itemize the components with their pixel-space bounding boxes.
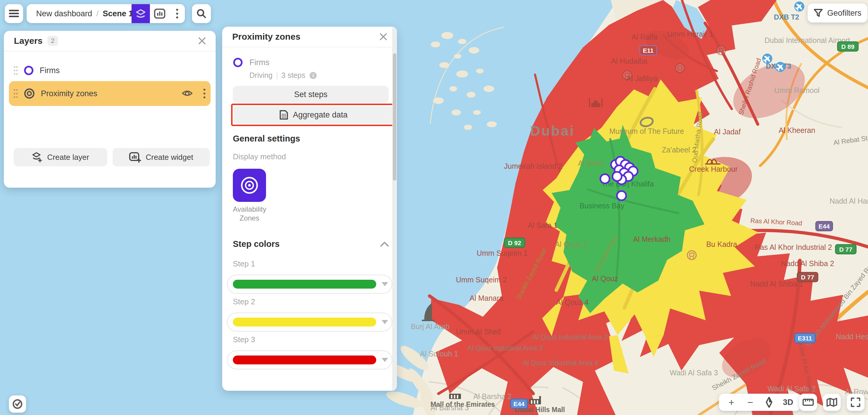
map-label: Al Sufouh 1: [420, 350, 458, 358]
create-layer-button[interactable]: Create layer: [13, 148, 107, 166]
layers-panel-header: Layers 2: [4, 31, 216, 51]
scene-kebab-button[interactable]: [169, 4, 185, 23]
step-1-color-select[interactable]: [227, 275, 392, 293]
svg-text:D 92: D 92: [508, 239, 521, 246]
compass-icon: [766, 397, 772, 408]
caret-down-icon: [381, 320, 388, 324]
close-icon: [379, 33, 387, 40]
scrollbar-track[interactable]: [392, 27, 397, 391]
info-icon[interactable]: i: [309, 72, 317, 79]
create-layer-icon: [32, 152, 42, 163]
layer-row-proximity-zones[interactable]: Proximity zones: [9, 81, 211, 106]
breadcrumb-pill: New dashboard / Scene 1: [27, 4, 185, 23]
close-icon: [198, 37, 206, 45]
compass-button[interactable]: [761, 394, 777, 411]
map-label: Umm Suqeim 2: [456, 276, 507, 284]
mall-emirates-icon: [449, 394, 461, 399]
3d-mode-button[interactable]: 3D: [780, 394, 796, 411]
svg-text:i: i: [313, 73, 314, 78]
layers-mode-button[interactable]: [131, 4, 150, 23]
filter-icon: [813, 9, 823, 18]
geofilters-label: Geofilters: [827, 9, 862, 18]
breadcrumb-scene[interactable]: Scene 1: [103, 9, 133, 19]
drag-handle-icon[interactable]: [13, 89, 18, 98]
caret-down-icon: [381, 358, 388, 362]
map-label: Al Safa 1: [528, 221, 558, 230]
step-colors-title: Step colors: [233, 239, 280, 249]
svg-text:E11: E11: [643, 47, 654, 54]
map-label: Nadd Al Shiba 2: [781, 259, 834, 268]
proximity-close-button[interactable]: [378, 31, 389, 42]
road-badge: D 92: [504, 238, 525, 247]
set-steps-button[interactable]: Set steps: [233, 86, 389, 103]
step-1-color-swatch: [233, 280, 376, 288]
display-method-availability-zones[interactable]: [233, 169, 266, 202]
create-widget-button[interactable]: Create widget: [113, 148, 210, 166]
proximity-panel-title: Proximity zones: [232, 32, 300, 42]
mode-label: Driving: [249, 71, 273, 80]
map-label: Jumeirah Island 2: [504, 162, 562, 170]
fullscreen-icon: [851, 397, 860, 407]
geofilters-button[interactable]: Geofilters: [808, 4, 867, 23]
clock-icon: [12, 399, 23, 409]
scrollbar-thumb[interactable]: [393, 53, 396, 180]
map-label: Za'abeel 2: [662, 146, 696, 154]
menu-button[interactable]: [5, 4, 23, 23]
drag-handle-icon[interactable]: [13, 66, 18, 75]
source-layer-name: Firms: [249, 58, 269, 67]
map-label: Al Qouz 4: [556, 298, 589, 306]
firm-marker[interactable]: [600, 174, 610, 183]
map-label: Al Qouz: [592, 274, 618, 283]
hamburger-icon: [9, 10, 19, 18]
eye-icon[interactable]: [182, 90, 193, 97]
map-label: Al Jadaf: [714, 128, 741, 136]
kebab-icon[interactable]: [203, 88, 206, 99]
road-badge: E44: [511, 399, 528, 409]
map-label: Umm Hurair 1: [667, 30, 713, 38]
map-label: Burj Al Arab: [411, 322, 450, 331]
step-2-color-select[interactable]: [227, 313, 392, 332]
breadcrumb-project[interactable]: New dashboard: [36, 9, 92, 19]
chevron-up-icon[interactable]: [380, 242, 389, 247]
fullscreen-button[interactable]: [847, 394, 864, 411]
display-method-label: Display method: [233, 152, 286, 161]
widgets-button[interactable]: [150, 4, 169, 23]
transit-icon: [676, 64, 684, 72]
ruler-icon: [803, 399, 814, 406]
search-button[interactable]: [192, 4, 211, 23]
svg-text:D 77: D 77: [801, 274, 814, 281]
display-method-caption: Availability Zones: [233, 205, 266, 222]
map-label: Al Raffa: [631, 33, 658, 41]
map-label: DXB T2: [774, 13, 799, 21]
firm-marker[interactable]: [617, 191, 626, 200]
map-label: Umm Ramool: [774, 86, 820, 95]
step-2-label: Step 2: [233, 297, 255, 306]
divider: [277, 72, 277, 79]
road-badge: D 89: [837, 42, 858, 51]
app-root: DubaiDubai International AirportDXB T2DX…: [0, 0, 868, 415]
map-label: Umm Al Sheif: [456, 328, 501, 336]
layer-label: Firms: [40, 66, 60, 75]
basemap-button[interactable]: [823, 394, 841, 411]
history-clock-button[interactable]: [9, 395, 26, 413]
layers-close-button[interactable]: [197, 36, 207, 46]
create-widget-label: Create widget: [146, 153, 193, 162]
aggregate-data-button[interactable]: Aggregate data: [234, 106, 393, 124]
step-1-label: Step 1: [233, 259, 255, 269]
step-3-color-select[interactable]: [227, 350, 392, 370]
zoom-in-button[interactable]: +: [724, 394, 739, 411]
layer-row-firms[interactable]: Firms: [9, 59, 211, 82]
kebab-icon: [176, 8, 179, 19]
transit-icon: [687, 251, 696, 260]
zoom-out-button[interactable]: −: [743, 394, 758, 411]
widgets-icon: [154, 9, 165, 19]
map-label: Creek Harbour: [689, 165, 738, 173]
transit-icon: [717, 46, 725, 55]
map-zoom-controls: + − 3D: [719, 394, 801, 411]
caret-down-icon: [381, 282, 388, 286]
layers-icon: [136, 9, 146, 19]
firm-marker[interactable]: [613, 172, 622, 181]
ruler-button[interactable]: [799, 394, 817, 411]
map-label: Al Kheeran: [778, 126, 815, 134]
map-label: Al Qouz Industrial Area 2: [533, 333, 608, 341]
